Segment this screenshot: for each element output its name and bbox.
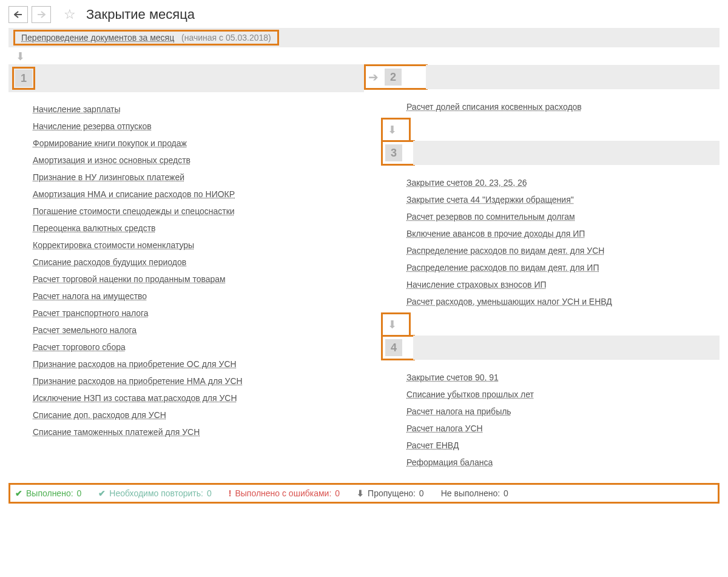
highlight-stage-4: 4 (381, 335, 415, 360)
stage-number-4: 4 (385, 339, 402, 356)
flow-arrow-down-icon: ⬇ (388, 123, 397, 137)
op-link[interactable]: Расчет налога УСН (406, 420, 715, 437)
stage-2-block: ➔ 2 Расчет долей списания косвенных расх… (364, 64, 720, 118)
status-redo: ✔ Необходимо повторить: 0 (98, 488, 211, 498)
status-skipped: ⬇ Пропущено: 0 (357, 488, 424, 498)
status-bar: ✔ Выполнено: 0 ✔ Необходимо повторить: 0… (8, 483, 720, 504)
op-link[interactable]: Расчет транспортного налога (33, 305, 359, 322)
arrow-right-icon (37, 11, 46, 18)
op-link[interactable]: Списание доп. расходов для УСН (33, 407, 359, 423)
stage-1-block: 1 Начисление зарплаты Начисление резерва… (8, 64, 364, 443)
repost-bar: Перепроведение документов за месяц (начи… (8, 28, 720, 47)
stage-number-1: 1 (15, 70, 32, 87)
highlight-stage-3-arrow: ⬇ (381, 118, 411, 140)
highlight-stage-1: 1 (12, 67, 35, 90)
status-pending: Не выполнено: 0 (441, 488, 508, 498)
op-link[interactable]: Корректировка стоимости номенклатуры (33, 237, 359, 254)
op-link[interactable]: Амортизация НМА и списание расходов по Н… (33, 186, 359, 203)
op-link[interactable]: Формирование книги покупок и продаж (33, 135, 359, 152)
op-link[interactable]: Расчет расходов, уменьшающих налог УСН и… (406, 293, 715, 310)
flow-arrow-down-icon: ⬇ (388, 318, 397, 331)
op-link[interactable]: Расчет ЕНВД (406, 437, 715, 454)
stage-number-2: 2 (385, 69, 402, 86)
op-link[interactable]: Признание расходов на приобретение НМА д… (33, 373, 359, 390)
stage-3-ops: Закрытие счетов 20, 23, 25, 26 Закрытие … (364, 166, 720, 312)
op-link[interactable]: Переоценка валютных средств (33, 220, 359, 237)
op-link[interactable]: Начисление страховых взносов ИП (406, 276, 715, 293)
check-icon: ✔ (98, 488, 106, 498)
status-done: ✔ Выполнено: 0 (15, 488, 81, 498)
star-icon: ☆ (64, 7, 76, 22)
highlight-stage-3: 3 (381, 140, 415, 166)
op-link[interactable]: Исключение НЗП из состава мат.расходов д… (33, 390, 359, 407)
forward-button[interactable] (32, 6, 51, 23)
stage-4-ops: Закрытие счетов 90, 91 Списание убытков … (364, 360, 720, 473)
highlight-repost: Перепроведение документов за месяц (начи… (13, 30, 279, 46)
op-link[interactable]: Включение авансов в прочие доходы для ИП (406, 225, 715, 242)
op-link[interactable]: Распределение расходов по видам деят. дл… (406, 259, 715, 276)
op-link[interactable]: Расчет налога на прибыль (406, 403, 715, 420)
op-link[interactable]: Реформация баланса (406, 454, 715, 471)
arrow-down-icon: ⬇ (357, 488, 364, 498)
stage-2-ops: Расчет долей списания косвенных расходов (364, 90, 720, 118)
op-link[interactable]: Расчет торговой наценки по проданным тов… (33, 271, 359, 288)
op-link[interactable]: Признание в НУ лизинговых платежей (33, 169, 359, 186)
op-link[interactable]: Списание расходов будущих периодов (33, 254, 359, 271)
stage-1-ops: Начисление зарплаты Начисление резерва о… (8, 92, 364, 443)
repost-link[interactable]: Перепроведение документов за месяц (21, 33, 174, 42)
favorite-star-button[interactable]: ☆ (63, 8, 76, 21)
op-link[interactable]: Распределение расходов по видам деят. дл… (406, 242, 715, 259)
op-link[interactable]: Погашение стоимости спецодежды и спецосн… (33, 203, 359, 220)
check-icon: ✔ (15, 488, 22, 498)
repost-suffix: (начиная с 05.03.2018) (181, 33, 271, 42)
op-link[interactable]: Расчет земельного налога (33, 322, 359, 339)
flow-arrow-down-icon: ⬇ (16, 50, 720, 63)
stage-number-3: 3 (385, 144, 402, 161)
op-link[interactable]: Расчет долей списания косвенных расходов (406, 98, 715, 115)
highlight-stage-2: ➔ 2 (364, 64, 428, 90)
op-link[interactable]: Начисление резерва отпусков (33, 118, 359, 135)
op-link[interactable]: Начисление зарплаты (33, 101, 359, 118)
toolbar: ☆ Закрытие месяца (8, 6, 720, 23)
back-button[interactable] (8, 6, 28, 23)
op-link[interactable]: Списание убытков прошлых лет (406, 386, 715, 403)
op-link[interactable]: Расчет налога на имущество (33, 288, 359, 305)
op-link[interactable]: Списание таможенных платежей для УСН (33, 423, 359, 440)
op-link[interactable]: Закрытие счетов 90, 91 (406, 369, 715, 386)
op-link[interactable]: Закрытие счетов 20, 23, 25, 26 (406, 174, 715, 191)
op-link[interactable]: Расчет резервов по сомнительным долгам (406, 208, 715, 225)
status-errors: ! Выполнено с ошибками: 0 (229, 488, 340, 498)
page-title: Закрытие месяца (86, 7, 195, 22)
flow-arrow-right-icon: ➔ (368, 70, 379, 84)
warning-icon: ! (229, 488, 232, 498)
stage-4-block: ⬇ 4 Закрытие счетов 90, 91 Списание убыт… (364, 312, 720, 473)
op-link[interactable]: Амортизация и износ основных средств (33, 152, 359, 169)
stage-3-block: ⬇ 3 Закрытие счетов 20, 23, 25, 26 Закры… (364, 118, 720, 312)
op-link[interactable]: Признание расходов на приобретение ОС дл… (33, 356, 359, 373)
highlight-stage-4-arrow: ⬇ (381, 312, 411, 335)
arrow-left-icon (14, 11, 22, 18)
op-link[interactable]: Расчет торгового сбора (33, 339, 359, 356)
op-link[interactable]: Закрытие счета 44 "Издержки обращения" (406, 191, 715, 208)
